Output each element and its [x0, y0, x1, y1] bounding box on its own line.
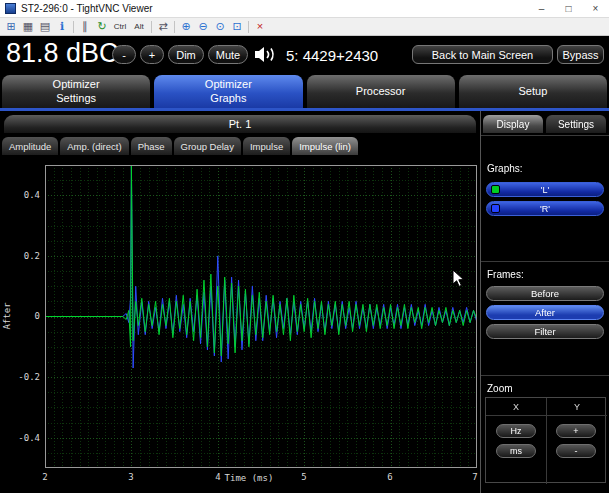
zoom-y-plus-button[interactable]: +	[556, 424, 596, 438]
tab-amp-direct[interactable]: Amp. (direct)	[60, 137, 128, 155]
new-connection-icon[interactable]: ⊞	[3, 19, 19, 34]
zoom-fit-icon[interactable]: ⊡	[229, 19, 245, 34]
vnc-toolbar: ⊞ ▦ ▤ ℹ ∥ ↻ Ctrl Alt ⇄ ⊕ ⊖ ⊙ ⊡ ×	[0, 18, 609, 36]
maximize-button[interactable]: □	[555, 0, 582, 17]
y-tick-label: 0.4	[10, 190, 40, 200]
tab-phase[interactable]: Phase	[131, 137, 172, 155]
ctrl-key-button[interactable]: Ctrl	[111, 19, 129, 34]
window-titlebar: ST2-296:0 - TightVNC Viewer – □ ×	[0, 0, 609, 18]
section-divider	[481, 135, 609, 136]
toolbar-separator	[73, 21, 74, 33]
tab-amplitude[interactable]: Amplitude	[2, 137, 58, 155]
graph-tab-bar: Amplitude Amp. (direct) Phase Group Dela…	[2, 137, 358, 155]
ctrl-alt-del-icon[interactable]: ×	[252, 19, 268, 34]
save-session-icon[interactable]: ▦	[20, 19, 36, 34]
x-tick-label: 3	[128, 472, 133, 482]
x-tick-label: 4	[215, 472, 220, 482]
bypass-button[interactable]: Bypass	[557, 45, 604, 64]
mute-button[interactable]: Mute	[208, 45, 248, 64]
tab-setup[interactable]: Setup	[459, 75, 607, 108]
zoom-y-minus-button[interactable]: -	[556, 444, 596, 458]
toolbar-separator	[248, 21, 249, 33]
tab-settings[interactable]: Settings	[546, 115, 606, 133]
x-tick-label: 6	[387, 472, 392, 482]
graphs-section-label: Graphs:	[487, 163, 523, 174]
vnc-app-icon	[5, 3, 16, 14]
channel-l-button[interactable]: 'L'	[486, 182, 604, 197]
graphs-content: Pt. 1 Amplitude Amp. (direct) Phase Grou…	[0, 111, 609, 493]
channel-r-indicator	[491, 204, 500, 213]
channel-r-button[interactable]: 'R'	[486, 201, 604, 216]
optimizer-app: 81.8 dBC - + Dim Mute 5: 4429+2430 Back …	[0, 36, 609, 493]
tab-group-delay[interactable]: Group Delay	[174, 137, 241, 155]
channel-r-label: 'R'	[540, 204, 550, 214]
preset-display: 5: 4429+2430	[286, 47, 378, 64]
zoom-x-ms-button[interactable]: ms	[496, 444, 536, 458]
section-divider	[481, 261, 609, 262]
speaker-icon	[254, 46, 278, 67]
zoom-x-header: X	[486, 402, 546, 412]
y-tick-label: -0.4	[10, 433, 40, 443]
dim-button[interactable]: Dim	[168, 45, 204, 64]
zoom-header-divider	[486, 415, 607, 416]
toolbar-separator	[174, 21, 175, 33]
refresh-icon[interactable]: ↻	[94, 19, 110, 34]
panel-tab-bar: Display Settings	[483, 115, 606, 133]
zoom-in-icon[interactable]: ⊕	[178, 19, 194, 34]
zoom-x-hz-button[interactable]: Hz	[496, 424, 536, 438]
tab-impulse[interactable]: Impulse	[243, 137, 290, 155]
tab-optimizer-graphs[interactable]: Optimizer Graphs	[154, 75, 302, 108]
file-transfer-icon[interactable]: ⇄	[155, 19, 171, 34]
frame-after-button[interactable]: After	[486, 305, 604, 320]
alt-key-button[interactable]: Alt	[130, 19, 148, 34]
channel-l-label: 'L'	[541, 185, 549, 195]
volume-up-button[interactable]: +	[140, 45, 164, 64]
close-button[interactable]: ×	[582, 0, 609, 17]
window-title: ST2-296:0 - TightVNC Viewer	[21, 3, 528, 14]
y-tick-label: 0.2	[10, 251, 40, 261]
tab-display[interactable]: Display	[483, 115, 543, 133]
vnc-viewer-window: ST2-296:0 - TightVNC Viewer – □ × ⊞ ▦ ▤ …	[0, 0, 609, 493]
tab-optimizer-settings[interactable]: Optimizer Settings	[2, 75, 150, 108]
frames-section-label: Frames:	[487, 269, 524, 280]
impulse-plot[interactable]	[45, 165, 477, 468]
zoom-controls: X Y Hz ms + -	[485, 397, 606, 483]
x-axis-label: Time (ms)	[225, 473, 274, 483]
graph-panel: Pt. 1 Amplitude Amp. (direct) Phase Grou…	[0, 111, 480, 493]
frame-filter-button[interactable]: Filter	[486, 324, 604, 339]
level-display: 81.8 dBC	[6, 38, 119, 69]
connection-info-icon[interactable]: ℹ	[54, 19, 70, 34]
x-tick-label: 5	[301, 472, 306, 482]
main-tab-bar: Optimizer Settings Optimizer Graphs Proc…	[0, 75, 609, 108]
connection-options-icon[interactable]: ▤	[37, 19, 53, 34]
tab-impulse-lin[interactable]: Impulse (lin)	[292, 137, 358, 155]
point-header[interactable]: Pt. 1	[4, 115, 476, 133]
y-tick-label: 0	[10, 311, 40, 321]
section-divider	[481, 375, 609, 376]
frame-before-button[interactable]: Before	[486, 286, 604, 301]
minimize-button[interactable]: –	[528, 0, 555, 17]
display-sidebar: Display Settings Graphs: 'L' 'R' Frames:…	[480, 111, 609, 493]
zoom-100-icon[interactable]: ⊙	[212, 19, 228, 34]
volume-down-button[interactable]: -	[112, 45, 136, 64]
tab-processor[interactable]: Processor	[307, 75, 455, 108]
mouse-cursor	[452, 269, 465, 292]
zoom-section-label: Zoom	[487, 383, 513, 394]
toolbar-separator	[151, 21, 152, 33]
zoom-y-header: Y	[547, 402, 607, 412]
zoom-out-icon[interactable]: ⊖	[195, 19, 211, 34]
x-tick-label: 7	[472, 472, 477, 482]
y-tick-label: -0.2	[10, 372, 40, 382]
pause-icon[interactable]: ∥	[77, 19, 93, 34]
x-tick-label: 2	[42, 472, 47, 482]
channel-l-indicator	[491, 185, 500, 194]
back-to-main-screen-button[interactable]: Back to Main Screen	[412, 45, 553, 64]
